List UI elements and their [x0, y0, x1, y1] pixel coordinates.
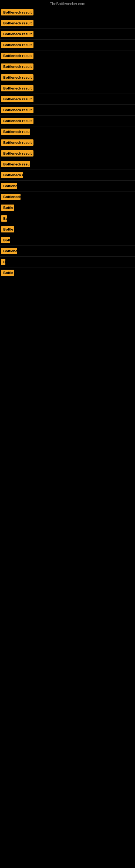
list-item: Bottleneck result — [0, 105, 135, 116]
row-content: Bottle — [1, 226, 134, 232]
row-content: Bottleneck r — [1, 172, 134, 178]
row-content: Bottleneck result — [1, 63, 134, 70]
row-content: Bottleneck result — [1, 74, 134, 81]
row-content: Bottleneck result — [1, 96, 134, 102]
list-item: Bo — [0, 213, 135, 224]
row-content: Bottleneck resul — [1, 161, 134, 167]
rows-container: Bottleneck resultBottleneck resultBottle… — [0, 7, 135, 278]
bottleneck-result-badge[interactable]: Bottleneck result — [1, 31, 34, 37]
row-content: Bottlene — [1, 248, 134, 254]
bottleneck-result-badge[interactable]: Bott — [1, 237, 10, 243]
bottleneck-result-badge[interactable]: Bottle — [1, 205, 14, 211]
bottleneck-result-badge[interactable]: Bottleneck result — [1, 118, 34, 124]
bottleneck-result-badge[interactable]: Bottle — [1, 270, 14, 276]
row-content: Bottle — [1, 270, 134, 276]
row-content: Bottleneck result — [1, 118, 134, 124]
list-item: Bottle — [0, 224, 135, 235]
row-content: Bottleneck result — [1, 107, 134, 113]
bottleneck-result-badge[interactable]: B — [1, 259, 5, 265]
row-content: Bottleneck result — [1, 140, 134, 146]
bottleneck-result-badge[interactable]: Bottleneck result — [1, 150, 34, 156]
list-item: Bottleneck resul — [0, 126, 135, 137]
bottleneck-result-badge[interactable]: Bottleneck result — [1, 63, 34, 70]
bottleneck-result-badge[interactable]: Bottleneck resul — [1, 129, 30, 135]
bottleneck-result-badge[interactable]: Bottleneck result — [1, 9, 34, 16]
bottleneck-result-badge[interactable]: Bottleneck result — [1, 107, 34, 113]
list-item: Bottleneck result — [0, 40, 135, 51]
list-item: Bottle — [0, 203, 135, 213]
bottleneck-result-badge[interactable]: Bottleneck — [1, 194, 20, 200]
list-item: Bottleneck result — [0, 72, 135, 83]
row-content: Bottleneck — [1, 194, 134, 200]
list-item: Bottleneck result — [0, 7, 135, 18]
bottleneck-result-badge[interactable]: Bottleneck result — [1, 140, 34, 146]
row-content: Bottleneck result — [1, 20, 134, 26]
list-item: Bottleneck result — [0, 51, 135, 61]
list-item: Bottle — [0, 268, 135, 278]
bottleneck-result-badge[interactable]: Bottleneck result — [1, 74, 34, 81]
bottleneck-result-badge[interactable]: Bottleneck result — [1, 42, 34, 48]
list-item: Bottleneck r — [0, 170, 135, 181]
list-item: Bottleneck result — [0, 83, 135, 94]
list-item: Bottleneck resul — [0, 159, 135, 170]
row-content: Bottle — [1, 205, 134, 211]
bottleneck-result-badge[interactable]: Bottlene — [1, 248, 17, 254]
row-content: Bo — [1, 215, 134, 222]
list-item: Bottleneck result — [0, 94, 135, 105]
row-content: Bottleneck result — [1, 9, 134, 16]
bottleneck-result-badge[interactable]: Bo — [1, 215, 7, 222]
row-content: Bottleneck result — [1, 85, 134, 91]
list-item: Bottlene — [0, 246, 135, 257]
row-content: Bottleneck result — [1, 150, 134, 156]
row-content: Bottleneck resul — [1, 129, 134, 135]
list-item: Bottlene — [0, 181, 135, 191]
row-content: Bottleneck result — [1, 31, 134, 37]
site-title-text: TheBottlenecker.com — [50, 2, 85, 6]
list-item: Bottleneck result — [0, 29, 135, 40]
bottleneck-result-badge[interactable]: Bottleneck result — [1, 85, 34, 91]
bottleneck-result-badge[interactable]: Bottlene — [1, 183, 17, 189]
list-item: Bottleneck result — [0, 18, 135, 29]
bottleneck-result-badge[interactable]: Bottleneck result — [1, 96, 34, 102]
list-item: Bott — [0, 235, 135, 246]
bottleneck-result-badge[interactable]: Bottle — [1, 226, 14, 232]
list-item: Bottleneck result — [0, 116, 135, 126]
row-content: Bott — [1, 237, 134, 243]
list-item: Bottleneck — [0, 191, 135, 203]
row-content: Bottleneck result — [1, 42, 134, 48]
bottleneck-result-badge[interactable]: Bottleneck resul — [1, 161, 30, 167]
list-item: B — [0, 257, 135, 268]
bottleneck-result-badge[interactable]: Bottleneck result — [1, 20, 34, 26]
row-content: B — [1, 259, 134, 265]
list-item: Bottleneck result — [0, 148, 135, 159]
list-item: Bottleneck result — [0, 137, 135, 148]
list-item: Bottleneck result — [0, 61, 135, 72]
bottleneck-result-badge[interactable]: Bottleneck result — [1, 53, 34, 59]
row-content: Bottleneck result — [1, 53, 134, 59]
site-title: TheBottlenecker.com — [0, 0, 135, 7]
bottleneck-result-badge[interactable]: Bottleneck r — [1, 172, 23, 178]
row-content: Bottlene — [1, 183, 134, 189]
